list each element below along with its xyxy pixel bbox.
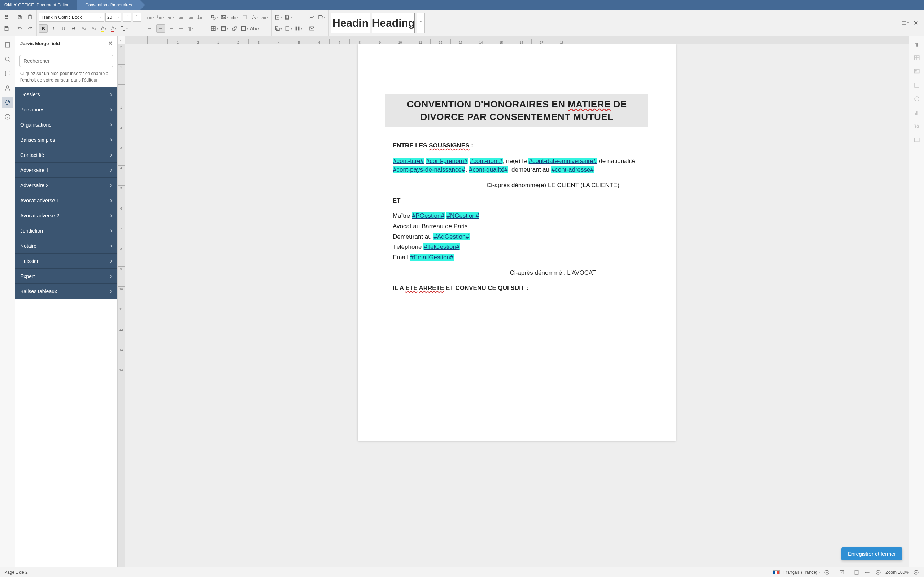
page-size-button[interactable]: ▼ [284, 24, 293, 33]
save-and-close-button[interactable]: Enregistrer et fermer [842, 548, 902, 561]
increase-indent-button[interactable] [187, 13, 195, 22]
print-button[interactable] [2, 13, 11, 22]
font-family-select[interactable]: Franklin Gothic Book▼ [39, 13, 104, 22]
nav-plugin-button[interactable] [2, 97, 13, 108]
line-spacing-button[interactable]: ▼ [197, 13, 205, 22]
subscript-button[interactable]: A2 [89, 24, 98, 33]
paste-button[interactable] [26, 13, 34, 22]
review-dropdown-button[interactable]: ▼ [318, 13, 326, 22]
style-preset-0[interactable]: Headin [331, 13, 370, 33]
save-button[interactable] [2, 24, 11, 33]
numbered-list-button[interactable]: 123▼ [156, 13, 165, 22]
insert-image-button[interactable]: ▼ [220, 13, 229, 22]
merge-category-huissier[interactable]: Huissier› [15, 253, 117, 269]
merge-category-avocat-adverse-2[interactable]: Avocat adverse 2› [15, 208, 117, 223]
merge-category-balises-tableaux[interactable]: Balises tableaux› [15, 284, 117, 299]
mailmerge-button[interactable] [307, 24, 316, 33]
italic-button[interactable]: I [49, 24, 58, 33]
style-preset-1[interactable]: Heading [372, 13, 415, 33]
mailmerge-settings-button[interactable] [912, 135, 922, 145]
font-size-down-button[interactable]: ˅ [133, 13, 142, 22]
superscript-button[interactable]: A2 [79, 24, 88, 33]
header-settings-button[interactable] [912, 80, 922, 90]
insert-shape-button[interactable]: ▼ [210, 13, 219, 22]
align-center-button[interactable] [156, 24, 165, 33]
merge-category-adversaire-1[interactable]: Adversaire 1› [15, 163, 117, 178]
strikethrough-button[interactable]: S [69, 24, 78, 33]
page-columns-button[interactable]: ▼ [294, 24, 303, 33]
view-options-button[interactable]: ▼ [901, 19, 909, 27]
decrease-indent-button[interactable] [176, 13, 185, 22]
zoom-out-button[interactable] [874, 569, 882, 576]
merge-field-search-input[interactable] [19, 55, 113, 67]
page-break-button[interactable]: ▼ [274, 13, 283, 22]
redo-button[interactable] [26, 24, 34, 33]
spellcheck-button[interactable] [823, 569, 830, 576]
paragraph-settings-button[interactable]: ¶ [912, 39, 922, 49]
insert-comment-button[interactable]: ▼ [241, 24, 249, 33]
font-size-select[interactable]: 20▼ [105, 13, 121, 22]
merge-category-organisations[interactable]: Organisations› [15, 117, 117, 132]
page-margins-button[interactable]: ▼ [284, 13, 293, 22]
nav-comments-button[interactable] [2, 68, 13, 79]
track-changes-button[interactable] [307, 13, 316, 22]
image-settings-button[interactable] [912, 66, 922, 76]
change-case-button[interactable]: ▼ [120, 24, 129, 33]
chart-settings-button[interactable] [912, 108, 922, 118]
underline-button[interactable]: U [59, 24, 68, 33]
font-color-button[interactable]: A▼ [110, 24, 118, 33]
bullet-list-button[interactable]: ▼ [146, 13, 155, 22]
merge-category-avocat-adverse-1[interactable]: Avocat adverse 1› [15, 193, 117, 208]
merge-category-balises-simples[interactable]: Balises simples› [15, 132, 117, 148]
nav-file-button[interactable] [2, 39, 13, 50]
nav-person-button[interactable] [2, 82, 13, 94]
merge-category-personnes[interactable]: Personnes› [15, 102, 117, 117]
settings-button[interactable] [912, 19, 921, 27]
zoom-level[interactable]: Zoom 100% [885, 570, 909, 575]
table-settings-button[interactable] [912, 53, 922, 63]
language-selector[interactable]: Français (France) ^ [783, 570, 820, 575]
insert-footnote-button[interactable]: Ab1▼ [250, 24, 259, 33]
align-left-button[interactable] [146, 24, 155, 33]
insert-textbox-button[interactable]: T [241, 13, 249, 22]
ruler-corner-button[interactable]: ⌐ [118, 36, 125, 44]
fit-page-button[interactable] [853, 569, 860, 576]
insert-dropcap-button[interactable]: A▼ [261, 13, 269, 22]
fit-width-button[interactable] [864, 569, 871, 576]
insert-equation-button[interactable]: √x▼ [250, 13, 259, 22]
document-page[interactable]: CONVENTION D'HONORAIRES EN MATIERE DEDIV… [358, 44, 676, 441]
merge-category-contact-lie[interactable]: Contact lié› [15, 148, 117, 163]
horizontal-ruler[interactable]: ⌐ 12123456789101112131415161718 [118, 36, 909, 44]
vertical-ruler[interactable]: 211234567891011121314 [118, 44, 125, 567]
nav-about-button[interactable] [2, 111, 13, 122]
page-orientation-button[interactable]: ▼ [274, 24, 283, 33]
bold-button[interactable]: B [39, 24, 48, 33]
side-panel-close-button[interactable]: × [108, 40, 112, 47]
multilevel-list-button[interactable]: ▼ [166, 13, 175, 22]
insert-link-button[interactable] [230, 24, 239, 33]
page-scroll-area[interactable]: CONVENTION D'HONORAIRES EN MATIERE DEDIV… [125, 44, 909, 567]
merge-category-expert[interactable]: Expert› [15, 269, 117, 284]
insert-chart-button[interactable]: ▼ [230, 13, 239, 22]
undo-button[interactable] [16, 24, 24, 33]
font-size-up-button[interactable]: ˄ [123, 13, 131, 22]
merge-category-adversaire-2[interactable]: Adversaire 2› [15, 178, 117, 193]
copy-button[interactable] [16, 13, 24, 22]
merge-category-notaire[interactable]: Notaire› [15, 239, 117, 253]
document-tab[interactable]: Convention d'honoraires [77, 0, 140, 10]
textart-settings-button[interactable]: Ta [912, 121, 922, 131]
align-justify-button[interactable] [176, 24, 185, 33]
merge-category-juridiction[interactable]: Juridiction› [15, 223, 117, 239]
track-changes-status-button[interactable] [838, 569, 845, 576]
shape-settings-button[interactable] [912, 94, 922, 104]
highlight-color-button[interactable]: A▼ [100, 24, 108, 33]
zoom-in-button[interactable] [913, 569, 920, 576]
style-gallery-more-button[interactable]: ˅ [417, 13, 425, 33]
nonprinting-chars-button[interactable]: ¶▼ [187, 24, 195, 33]
merge-category-dossiers[interactable]: Dossiers› [15, 87, 117, 102]
insert-header-button[interactable]: ▼ [220, 24, 229, 33]
align-right-button[interactable] [166, 24, 175, 33]
page-counter[interactable]: Page 1 de 2 [4, 570, 28, 575]
nav-search-button[interactable] [2, 53, 13, 65]
insert-table-button[interactable]: ▼ [210, 24, 219, 33]
